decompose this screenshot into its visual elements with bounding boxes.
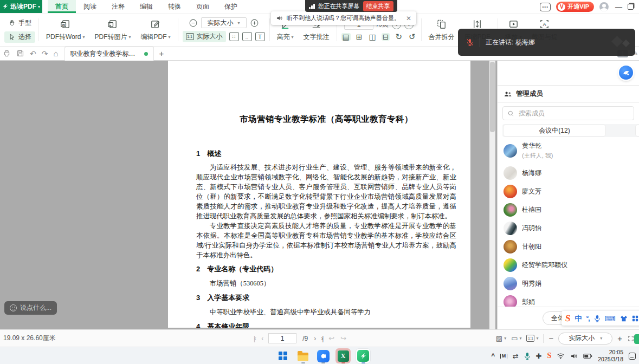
new-tab-button[interactable]: + [159,49,164,58]
close-icon[interactable]: ✕ [406,15,411,22]
member-row[interactable]: 黄华乾 (主持人, 我) [498,138,639,164]
merge-split-icon [436,18,447,30]
continuous-view-icon[interactable]: ⊟ [382,33,390,41]
two-page-view-icon[interactable]: ⊞ [355,33,364,41]
next-page-icon[interactable]: › [314,335,315,342]
menu-tab-home[interactable]: 首页 [48,0,76,13]
redo-icon[interactable]: ↷ [42,50,48,57]
meeting-chat-bubble[interactable]: 说点什么... [4,301,57,315]
book-view-icon[interactable]: ◫ [367,33,377,41]
tray-app-icon[interactable]: M [500,354,507,359]
sogou-logo-icon[interactable]: S [565,313,571,324]
print-icon[interactable] [3,49,11,57]
home-icon[interactable]: ⌂ [53,49,58,57]
notification-center-icon[interactable] [629,353,636,360]
unsaved-dot-icon [144,52,148,56]
zoom-out-button[interactable]: − [548,334,553,343]
file-explorer-button[interactable] [295,348,311,363]
status-zoom-select[interactable]: 实际大小 ▾ [558,333,612,344]
volume-icon[interactable] [570,353,578,360]
save-icon[interactable] [16,49,24,57]
view-forward-icon[interactable]: ↪ [340,334,346,342]
titlebar-controls: ••• V 开通VIP — [540,0,636,14]
fullscreen-icon[interactable] [627,335,635,342]
edit-pdf-button[interactable]: 编辑PDF▾ [135,14,175,46]
start-button[interactable] [275,348,291,363]
previous-page-icon[interactable]: ‹ [261,335,262,342]
pdf-app-button[interactable] [356,348,371,363]
member-row[interactable]: 明秀娟 [498,274,639,292]
pdf-to-word-button[interactable]: W PDF转Word▾ [41,14,89,46]
pdf-to-image-button[interactable]: PDF转图片▾ [89,14,135,46]
page-layout-dropdown[interactable]: ▭▾ [511,334,521,342]
tab-in-meeting[interactable]: 会议中(12) [503,125,606,136]
view-back-icon[interactable]: ↩ [328,334,334,342]
battery-icon[interactable] [583,353,592,359]
excel-app-button[interactable]: X [335,348,351,363]
member-row[interactable]: 廖文芳 [498,182,639,200]
ime-mic-icon[interactable] [594,315,601,322]
tray-sogou-icon[interactable]: S [547,352,551,360]
assistant-float-button[interactable] [619,66,633,80]
member-search-box[interactable] [502,106,634,120]
member-name: 彭娟 [522,297,535,307]
minimize-button[interactable]: — [615,3,622,11]
ime-language-icon[interactable]: 中 [575,314,582,323]
merge-split-button[interactable]: 合并拆分 [424,14,460,46]
zoom-in-button[interactable]: + [617,334,622,343]
meeting-app-button[interactable] [315,348,331,363]
account-avatar[interactable] [599,2,609,11]
ime-keyboard-icon[interactable]: ⌨ [605,314,616,323]
tray-mixer-icon[interactable]: ⇄ [513,353,519,360]
menu-tab-page[interactable]: 页面 [189,0,217,13]
actual-size-dropdown[interactable]: 1:1▾ [526,335,538,342]
ime-toolbox-icon[interactable] [632,315,638,322]
feedback-icon[interactable]: ••• [540,3,551,11]
zoom-level-select[interactable]: 实际大小 ▾ [201,17,247,28]
member-row[interactable]: 杜禧国 [498,200,639,219]
tray-mic-icon[interactable] [524,352,531,360]
rotate-cw-icon[interactable]: ↻ [394,32,403,41]
tray-gamebar-icon[interactable]: ✚ [536,353,542,360]
actual-size-button[interactable]: 1:1 实际大小 [183,31,226,42]
fit-page-icon[interactable]: ∷ [229,32,239,41]
rotate-ccw-icon[interactable]: ↺ [408,32,417,41]
ime-skin-icon[interactable] [620,315,628,322]
fit-width-icon[interactable]: ‥ [242,32,252,41]
select-tool-button[interactable]: 选择 [4,31,35,43]
undo-icon[interactable]: ↶ [30,50,36,57]
vip-button[interactable]: V 开通VIP [556,2,594,12]
member-row[interactable]: 经贸学院邓颖仪 [498,256,639,274]
status-page-input[interactable] [268,333,296,343]
member-row[interactable]: 冯玥怡 [498,219,639,237]
fit-text-icon[interactable]: T [255,32,265,41]
restore-button[interactable] [628,4,634,10]
hand-tool-button[interactable]: 手型 [4,17,35,29]
document-scrollbar[interactable] [489,61,495,329]
menu-tab-annotate[interactable]: 注释 [104,0,132,13]
first-page-icon[interactable]: |‹ [254,335,255,342]
menu-tab-edit[interactable]: 编辑 [132,0,160,13]
wifi-icon[interactable] [557,353,565,359]
menu-tab-convert[interactable]: 转换 [160,0,189,13]
app-logo[interactable]: 迅读PDF ▾ [0,0,42,13]
edge-widget-partial[interactable] [634,334,639,344]
pdf-page[interactable]: 市场营销专业教学标准（高等职业教育专科） 1 概述 为适应科技发展、技术进步对行… [168,61,470,328]
background-style-dropdown[interactable]: ▨▾ [496,334,506,342]
menu-tab-read[interactable]: 阅读 [76,0,104,13]
end-share-button[interactable]: 结束共享 [363,1,393,11]
single-page-view-icon[interactable]: ▤ [341,33,351,41]
tray-expand-icon[interactable]: ^ [491,353,495,359]
tray-clock[interactable]: 20:05 2025/3/18 [598,349,623,363]
menu-tab-protect[interactable]: 保护 [217,0,245,13]
tab-second-partial[interactable] [635,125,639,136]
document-tab[interactable]: 职业教育专业教学标准-2025... [64,47,154,61]
zoom-in-icon[interactable] [250,18,259,28]
member-row[interactable]: 甘朝阳 [498,237,639,256]
member-row[interactable]: 杨海娜 [498,164,639,182]
last-page-icon[interactable]: ›| [321,335,322,342]
member-search-input[interactable] [518,109,629,118]
zoom-out-icon[interactable] [189,18,198,28]
scrollbar-thumb[interactable] [490,62,495,132]
ime-punctuation-icon[interactable]: °, [586,315,589,322]
